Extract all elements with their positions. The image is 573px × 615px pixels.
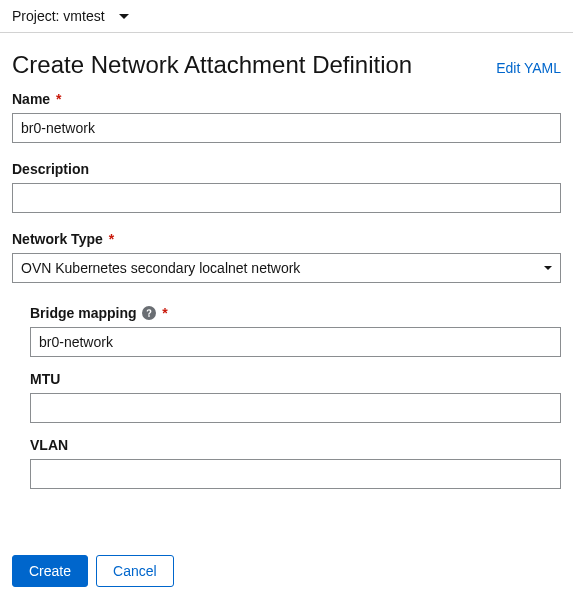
footer-actions: Create Cancel	[0, 515, 573, 605]
network-type-label: Network Type *	[12, 231, 561, 247]
name-label: Name *	[12, 91, 561, 107]
network-type-value: OVN Kubernetes secondary localnet networ…	[21, 260, 300, 276]
bridge-mapping-input[interactable]	[30, 327, 561, 357]
required-asterisk: *	[162, 305, 167, 321]
mtu-group: MTU	[30, 371, 561, 423]
mtu-input[interactable]	[30, 393, 561, 423]
page-title: Create Network Attachment Definition	[12, 51, 412, 79]
network-type-label-text: Network Type	[12, 231, 103, 247]
caret-down-icon[interactable]	[119, 14, 129, 19]
description-group: Description	[12, 161, 561, 213]
form-body: Name * Description Network Type * OVN Ku…	[0, 91, 573, 515]
name-input[interactable]	[12, 113, 561, 143]
required-asterisk: *	[56, 91, 61, 107]
create-button[interactable]: Create	[12, 555, 88, 587]
project-bar: Project: vmtest	[0, 0, 573, 33]
page-header: Create Network Attachment Definition Edi…	[0, 33, 573, 91]
required-asterisk: *	[109, 231, 114, 247]
description-label: Description	[12, 161, 561, 177]
caret-down-icon	[544, 266, 552, 270]
project-selector-label[interactable]: Project: vmtest	[12, 8, 105, 24]
cancel-button[interactable]: Cancel	[96, 555, 174, 587]
bridge-mapping-label-text: Bridge mapping	[30, 305, 137, 321]
network-type-select[interactable]: OVN Kubernetes secondary localnet networ…	[12, 253, 561, 283]
vlan-label: VLAN	[30, 437, 561, 453]
edit-yaml-link[interactable]: Edit YAML	[496, 60, 561, 76]
mtu-label: MTU	[30, 371, 561, 387]
network-type-subsection: Bridge mapping * MTU VLAN	[12, 305, 561, 489]
help-icon[interactable]	[142, 306, 156, 320]
description-input[interactable]	[12, 183, 561, 213]
vlan-input[interactable]	[30, 459, 561, 489]
bridge-mapping-group: Bridge mapping *	[30, 305, 561, 357]
network-type-group: Network Type * OVN Kubernetes secondary …	[12, 231, 561, 283]
bridge-mapping-label: Bridge mapping *	[30, 305, 561, 321]
network-type-select-display[interactable]: OVN Kubernetes secondary localnet networ…	[12, 253, 561, 283]
name-group: Name *	[12, 91, 561, 143]
name-label-text: Name	[12, 91, 50, 107]
vlan-group: VLAN	[30, 437, 561, 489]
